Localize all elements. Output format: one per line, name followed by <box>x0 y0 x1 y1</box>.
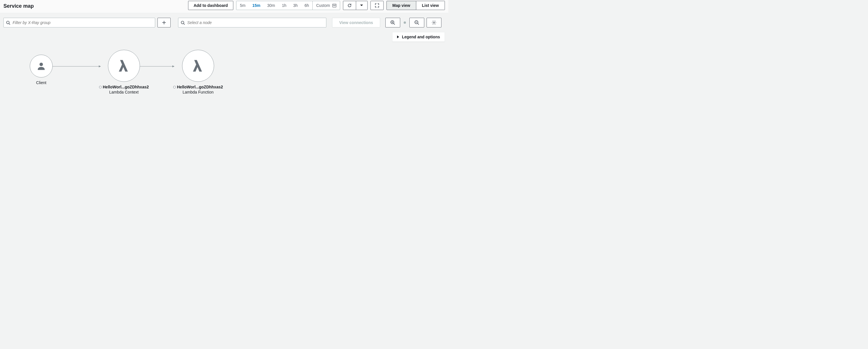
svg-point-21 <box>39 63 43 66</box>
svg-rect-2 <box>333 5 334 6</box>
refresh-group <box>343 1 368 10</box>
svg-line-10 <box>184 24 185 25</box>
page-title: Service map <box>3 1 34 9</box>
refresh-dropdown-button[interactable] <box>356 1 368 10</box>
time-6h[interactable]: 6h <box>301 1 313 10</box>
status-dot <box>99 86 102 89</box>
view-toggle: Map view List view <box>386 1 445 10</box>
zoom-out-button[interactable] <box>409 18 424 28</box>
add-to-dashboard-button[interactable]: Add to dashboard <box>188 1 233 10</box>
svg-point-18 <box>433 22 435 24</box>
node-context-circle[interactable] <box>108 50 140 82</box>
svg-line-6 <box>9 24 10 25</box>
legend-toggle[interactable]: Legend and options <box>392 32 445 42</box>
svg-rect-4 <box>335 5 335 6</box>
list-view-button[interactable]: List view <box>416 1 445 10</box>
map-canvas[interactable]: Legend and options Client <box>3 32 445 175</box>
zoom-controls <box>385 18 424 28</box>
zoom-in-icon <box>390 20 395 25</box>
time-range-selector: 5m 15m 30m 1h 3h 6h Custom <box>236 1 340 10</box>
fullscreen-button[interactable] <box>370 1 383 10</box>
node-function-label: HelloWorl...goZDhhxas2 <box>173 85 223 89</box>
filter-row: View connections <box>0 13 448 32</box>
lambda-icon <box>190 58 206 73</box>
time-15m[interactable]: 15m <box>249 1 264 10</box>
svg-line-16 <box>418 24 419 25</box>
time-3h[interactable]: 3h <box>290 1 301 10</box>
svg-point-5 <box>7 21 9 24</box>
node-context-type: Lambda Context <box>110 90 139 94</box>
plus-icon <box>162 20 166 25</box>
status-dot <box>173 86 176 89</box>
map-view-button[interactable]: Map view <box>386 1 416 10</box>
settings-button[interactable] <box>427 18 441 28</box>
user-icon <box>36 61 46 71</box>
node-client-label: Client <box>36 80 46 85</box>
search-icon <box>6 21 10 25</box>
node-function-circle[interactable] <box>182 50 214 82</box>
node-select-wrap[interactable] <box>178 18 327 28</box>
view-connections-button[interactable]: View connections <box>332 18 380 28</box>
refresh-icon <box>347 3 352 8</box>
node-context-label: HelloWorl...goZDhhxas2 <box>99 85 149 89</box>
node-function-type: Lambda Function <box>183 90 214 94</box>
svg-rect-3 <box>334 5 335 6</box>
calendar-icon <box>332 3 336 7</box>
gear-icon <box>431 20 437 25</box>
time-5m[interactable]: 5m <box>237 1 249 10</box>
header-bar: Service map Add to dashboard 5m 15m 30m … <box>0 0 448 13</box>
xray-filter-input[interactable] <box>12 20 153 25</box>
legend-label: Legend and options <box>402 35 440 39</box>
node-lambda-function[interactable]: HelloWorl...goZDhhxas2 Lambda Function <box>173 50 223 94</box>
svg-line-12 <box>394 24 395 25</box>
time-custom-label: Custom <box>316 3 330 8</box>
zoom-indicator-dot <box>404 22 406 24</box>
time-1h[interactable]: 1h <box>279 1 290 10</box>
zoom-out-icon <box>414 20 420 25</box>
node-client[interactable]: Client <box>30 55 53 85</box>
time-custom[interactable]: Custom <box>312 1 340 10</box>
triangle-right-icon <box>397 35 399 38</box>
xray-filter-wrap[interactable] <box>3 18 155 28</box>
add-filter-button[interactable] <box>157 18 170 28</box>
node-select-input[interactable] <box>187 20 324 25</box>
caret-down-icon <box>360 4 363 7</box>
node-lambda-context[interactable]: HelloWorl...goZDhhxas2 Lambda Context <box>99 50 149 94</box>
svg-point-9 <box>181 21 184 24</box>
zoom-in-button[interactable] <box>385 18 400 28</box>
lambda-icon <box>116 58 132 73</box>
time-30m[interactable]: 30m <box>264 1 278 10</box>
refresh-button[interactable] <box>343 1 356 10</box>
node-client-circle[interactable] <box>30 55 53 77</box>
edge-client-context <box>52 64 104 69</box>
expand-icon <box>375 3 379 8</box>
search-icon <box>181 21 185 25</box>
